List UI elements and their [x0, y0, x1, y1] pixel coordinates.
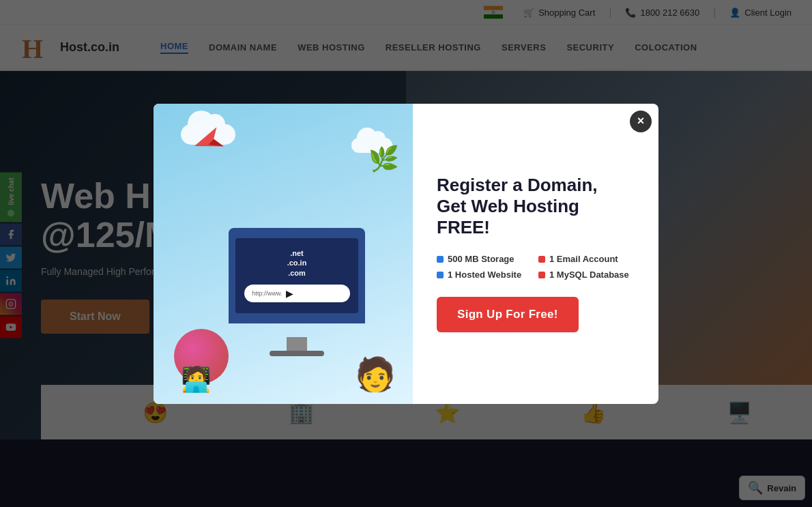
feature-dot-blue-2	[437, 272, 444, 278]
modal-subtitle-text: Get Web Hosting	[437, 196, 579, 216]
monitor-base	[270, 351, 324, 356]
modal-subtitle-strong: FREE!	[437, 217, 490, 237]
feature-email-label: 1 Email Account	[549, 254, 618, 264]
feature-dot-blue-1	[437, 256, 444, 263]
modal-title-wrap: Register a Domain, Get Web Hosting FREE!	[437, 175, 635, 238]
feature-dot-red-1	[538, 256, 545, 263]
domain-text: .net.co.in.com	[287, 248, 307, 278]
modal: × 🌿 🧑 🧑‍💻	[154, 104, 658, 404]
monitor-stand	[287, 337, 307, 351]
feature-email: 1 Email Account	[538, 254, 635, 264]
modal-close-button[interactable]: ×	[630, 111, 652, 132]
features-grid: 500 MB Storage 1 Email Account 1 Hosted …	[437, 254, 635, 280]
close-icon: ×	[637, 114, 645, 128]
person-figure: 🧑	[355, 356, 396, 394]
modal-subtitle: Get Web Hosting FREE!	[437, 196, 635, 238]
cursor-icon: ▶	[286, 288, 293, 299]
feature-website: 1 Hosted Website	[437, 270, 533, 280]
monitor-screen-wrap: .net.co.in.com http://www. ▶	[229, 228, 365, 323]
modal-content: Register a Domain, Get Web Hosting FREE!…	[413, 104, 658, 404]
monitor-display: .net.co.in.com http://www. ▶	[235, 238, 358, 313]
feature-website-label: 1 Hosted Website	[448, 270, 521, 280]
modal-illustration: 🌿 🧑 🧑‍💻 .net.co.in.com http://www.	[154, 104, 413, 404]
feature-storage-label: 500 MB Storage	[448, 254, 514, 264]
person-figure-left: 🧑‍💻	[181, 365, 212, 394]
modal-overlay[interactable]: × 🌿 🧑 🧑‍💻	[0, 0, 812, 507]
feature-storage: 500 MB Storage	[437, 254, 533, 264]
signup-button[interactable]: Sign Up For Free!	[437, 297, 579, 332]
plant-decoration: 🌿	[368, 145, 399, 173]
feature-mysql-label: 1 MySQL Database	[549, 270, 629, 280]
url-placeholder: http://www.	[252, 290, 282, 297]
feature-dot-red-2	[538, 272, 545, 278]
modal-title: Register a Domain,	[437, 175, 635, 196]
url-bar: http://www. ▶	[244, 285, 350, 302]
feature-mysql: 1 MySQL Database	[538, 270, 635, 280]
